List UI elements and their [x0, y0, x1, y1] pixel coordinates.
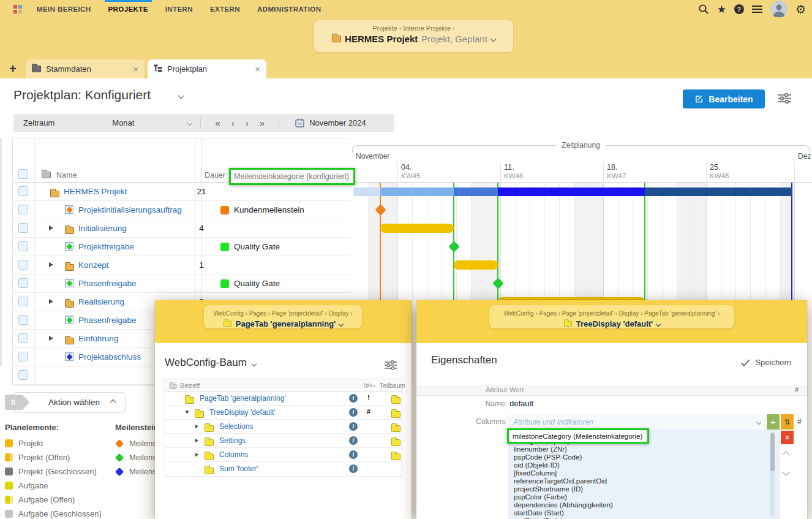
list-item[interactable]: referenceTargetOid.parentOid — [508, 477, 780, 485]
tree-item-link[interactable]: TreeDisplay 'default' — [209, 408, 276, 417]
list-item[interactable]: startDate (Start) — [508, 509, 780, 517]
summary-bar-segment[interactable] — [498, 188, 645, 196]
save-button[interactable]: Speichern — [741, 358, 791, 367]
tree-item-link[interactable]: Sum 'footer' — [219, 464, 258, 473]
step-back-button[interactable]: ‹ — [226, 118, 240, 128]
listbox-scrollbar[interactable] — [770, 432, 775, 517]
chevron-down-icon[interactable] — [339, 321, 344, 326]
row-checkbox[interactable] — [18, 186, 28, 196]
nav-item-mein-bereich[interactable]: MEIN BEREICH — [28, 0, 100, 18]
subtree-folder-icon[interactable] — [391, 411, 400, 418]
tree-row[interactable]: Settingsi — [164, 434, 402, 448]
row-name-link[interactable]: HERMES Projekt — [64, 187, 127, 196]
list-item[interactable]: pspColor (Farbe) — [508, 493, 780, 501]
summary-bar-segment[interactable] — [353, 188, 380, 196]
chevron-down-icon[interactable] — [490, 36, 496, 42]
search-icon[interactable] — [698, 4, 709, 15]
row-name-link[interactable]: Phasenfreigabe — [78, 279, 137, 288]
column-header-flags[interactable]: !#+- — [364, 382, 375, 389]
column-header-name[interactable]: Name — [56, 171, 77, 180]
list-item[interactable]: dependencies (Abhängigkeiten) — [508, 501, 780, 509]
expand-arrow[interactable] — [49, 262, 53, 267]
row-checkbox[interactable] — [18, 333, 28, 343]
subtree-folder-icon[interactable] — [391, 397, 400, 404]
jump-back-button[interactable]: « — [209, 118, 225, 128]
tree-row[interactable]: PageTab 'generalplanning'i! — [164, 392, 402, 406]
avatar[interactable] — [770, 1, 788, 18]
subtree-folder-icon[interactable] — [391, 425, 400, 432]
action-select-button[interactable]: Aktion wählen — [13, 392, 126, 412]
task-bar[interactable] — [454, 260, 498, 270]
tree-row[interactable]: Columnsi — [164, 448, 402, 462]
tree-row[interactable]: Selectionsi — [164, 420, 402, 434]
nav-item-administration[interactable]: ADMINISTRATION — [249, 0, 329, 18]
summary-bar-segment[interactable] — [645, 188, 792, 196]
row-checkbox[interactable] — [18, 315, 28, 325]
calendar-icon[interactable] — [295, 118, 304, 127]
row-checkbox[interactable] — [18, 297, 28, 306]
remove-column-button[interactable]: × — [781, 431, 794, 444]
tree-item-link[interactable]: Settings — [219, 436, 246, 445]
nav-item-extern[interactable]: EXTERN — [201, 0, 249, 18]
row-checkbox[interactable] — [18, 260, 28, 270]
expand-arrow[interactable] — [49, 336, 53, 341]
column-header-subtree[interactable]: Teilbaum — [380, 382, 405, 389]
subtree-folder-icon[interactable] — [391, 439, 400, 446]
title-dropdown-icon[interactable] — [178, 93, 184, 99]
expand-arrow[interactable] — [49, 225, 53, 230]
info-icon[interactable]: i — [349, 422, 358, 431]
column-header-subject[interactable]: Betreff — [180, 382, 200, 389]
collapse-arrow[interactable] — [185, 411, 189, 414]
chevron-down-icon[interactable] — [252, 362, 257, 366]
row-name-link[interactable]: Realisierung — [78, 297, 124, 306]
name-field-value[interactable]: default — [509, 399, 533, 408]
list-item[interactable]: linenumber (ZNr) — [508, 445, 780, 453]
app-logo-icon[interactable] — [13, 5, 22, 13]
period-chevron-icon[interactable] — [187, 120, 192, 125]
tree-settings-icon[interactable] — [385, 360, 397, 373]
info-icon[interactable]: i — [349, 408, 358, 417]
list-item[interactable]: oid (Objekt-ID) — [508, 461, 780, 469]
row-name-link[interactable]: Initialisierung — [78, 224, 127, 233]
settings-icon[interactable]: ⚙ — [795, 2, 806, 17]
info-icon[interactable]: i — [349, 394, 358, 403]
info-icon[interactable]: i — [349, 464, 358, 473]
summary-bar-segment[interactable] — [454, 188, 498, 196]
move-down-icon[interactable] — [782, 468, 790, 476]
nav-item-projekte[interactable]: PROJEKTE — [100, 0, 157, 18]
expand-arrow[interactable] — [195, 439, 199, 442]
menu-icon[interactable] — [752, 4, 762, 15]
row-checkbox[interactable] — [18, 370, 28, 380]
jump-forward-button[interactable]: » — [254, 118, 270, 128]
list-item[interactable]: pspCode (PSP-Code) — [508, 453, 780, 461]
tree-column-icon[interactable] — [42, 172, 51, 178]
tree-item-link[interactable]: Columns — [219, 450, 248, 459]
row-name-link[interactable]: Konzept — [78, 260, 109, 270]
row-name-link[interactable]: Projektfreigabe — [78, 242, 134, 251]
date-picker[interactable]: November 2024 — [309, 118, 366, 127]
info-icon[interactable]: i — [349, 450, 358, 459]
row-checkbox[interactable] — [18, 241, 28, 251]
row-name-link[interactable]: Projektabschluss — [78, 352, 141, 362]
tree-item-link[interactable]: PageTab 'generalplanning' — [200, 394, 286, 403]
help-icon[interactable]: ? — [734, 4, 744, 14]
summary-bar-segment[interactable] — [380, 188, 454, 196]
scrollbar-thumb[interactable] — [770, 433, 775, 471]
row-name-link[interactable]: Phasenfreigabe — [78, 316, 137, 325]
row-checkbox[interactable] — [18, 205, 28, 214]
step-forward-button[interactable]: › — [240, 118, 254, 128]
expand-arrow[interactable] — [49, 299, 53, 304]
info-icon[interactable]: i — [349, 436, 358, 445]
tab-stammdaten[interactable]: Stammdaten× — [26, 59, 145, 78]
add-tab-button[interactable]: + — [0, 59, 26, 78]
milestone-diamond[interactable] — [449, 241, 460, 252]
edit-button[interactable]: Bearbeiten — [683, 89, 765, 108]
breadcrumb[interactable]: Projekte › Interne Projekte › HERMES Pro… — [314, 20, 513, 52]
tree-row[interactable]: Sum 'footer'i — [164, 462, 402, 476]
columns-combobox[interactable]: Attribute und Indikatoren — [508, 414, 765, 430]
select-all-checkbox[interactable] — [18, 169, 28, 179]
row-checkbox[interactable] — [18, 352, 28, 362]
list-item[interactable]: projectShortname (ID) — [508, 485, 780, 493]
expand-arrow[interactable] — [195, 453, 199, 456]
close-icon[interactable]: × — [133, 64, 138, 74]
